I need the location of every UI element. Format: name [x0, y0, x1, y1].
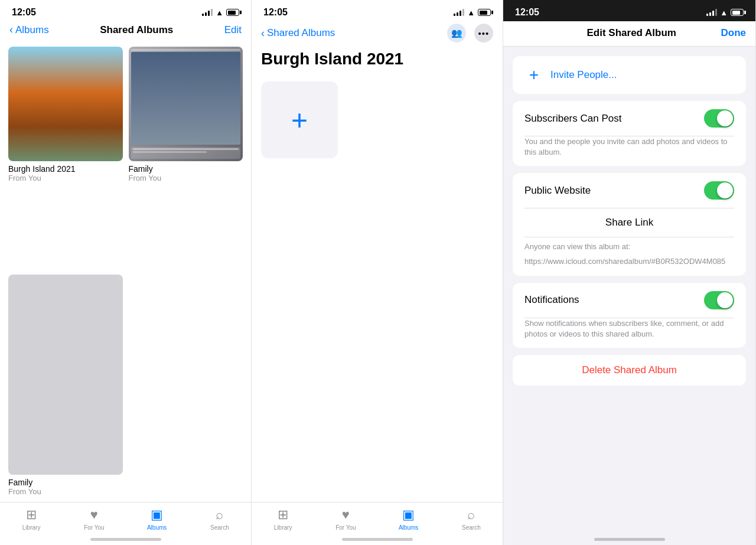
tab-for-you-2[interactable]: ♥ For You: [314, 507, 377, 531]
public-website-card: Public Website Share Link Anyone can vie…: [513, 173, 746, 276]
subscribers-can-post-toggle[interactable]: [704, 109, 734, 128]
tab-library-1[interactable]: ⊞ Library: [0, 507, 63, 531]
subscribers-can-post-label: Subscribers Can Post: [524, 113, 621, 125]
tab-albums-label-1: Albums: [147, 524, 167, 531]
albums-icon-2: ▣: [402, 507, 415, 523]
status-icons-3: ▲: [706, 8, 744, 17]
album-detail-title: Burgh Island 2021: [252, 47, 503, 76]
album-thumb-burgh-island: [8, 47, 123, 161]
status-bar-2: 12:05 ▲: [252, 0, 503, 21]
public-website-toggle[interactable]: [704, 181, 734, 200]
battery-icon-2: [478, 9, 491, 16]
album-card-burgh-island[interactable]: Burgh Island 2021 From You: [8, 47, 123, 269]
nav-icons-2: 👥 •••: [447, 24, 493, 43]
public-website-intro: Anyone can view this album at:: [513, 237, 746, 253]
home-indicator-3: [503, 533, 755, 545]
delete-shared-album-card[interactable]: Delete Shared Album: [513, 355, 746, 386]
tab-search-label-1: Search: [210, 524, 229, 531]
shared-users-icon[interactable]: 👥: [447, 24, 466, 43]
albums-icon-1: ▣: [151, 507, 163, 523]
add-photo-button[interactable]: +: [261, 81, 338, 158]
status-icons-1: ▲: [202, 8, 239, 17]
panel-edit-shared-album: 12:05 ▲ Edit Shared Album Done + Invite …: [503, 0, 756, 545]
nav-back-label-1[interactable]: Albums: [15, 24, 49, 36]
panel-album-detail: 12:05 ▲ ‹ Shared Albums 👥 •••: [252, 0, 503, 545]
delete-shared-album-row[interactable]: Delete Shared Album: [513, 355, 746, 386]
battery-icon-3: [731, 9, 744, 16]
invite-people-card: + Invite People...: [513, 56, 746, 94]
notifications-card: Notifications Show notifications when su…: [513, 283, 746, 348]
album-name-family-1: Family: [129, 164, 243, 174]
tab-library-2[interactable]: ⊞ Library: [252, 507, 314, 531]
share-link-row[interactable]: Share Link: [513, 208, 746, 237]
subscribers-can-post-row: Subscribers Can Post: [513, 101, 746, 136]
search-icon-2: ⌕: [467, 507, 475, 523]
done-button[interactable]: Done: [721, 27, 746, 39]
more-options-icon[interactable]: •••: [474, 24, 493, 43]
home-indicator-1: [0, 533, 251, 545]
album-sub-family-2: From You: [8, 487, 123, 496]
public-website-row: Public Website: [513, 173, 746, 208]
library-icon-2: ⊞: [278, 507, 288, 523]
status-icons-2: ▲: [454, 8, 491, 17]
notifications-label: Notifications: [524, 294, 579, 306]
album-thumb-family-2: [8, 275, 123, 475]
invite-people-row[interactable]: + Invite People...: [513, 56, 746, 94]
album-name-burgh-island: Burgh Island 2021: [8, 164, 123, 174]
notifications-row: Notifications: [513, 283, 746, 318]
edit-button-1[interactable]: Edit: [224, 24, 242, 36]
album-card-family-2[interactable]: Family From You: [8, 275, 123, 497]
back-chevron-1: ‹: [9, 24, 13, 36]
home-indicator-2: [252, 533, 503, 545]
tab-for-you-label-2: For You: [335, 524, 356, 531]
panel-shared-albums: 12:05 ▲ ‹ Albums Shared Albums Edit: [0, 0, 252, 545]
delete-shared-album-label: Delete Shared Album: [582, 364, 677, 376]
nav-back-1[interactable]: ‹ Albums: [9, 24, 49, 36]
public-website-url: https://www.icloud.com/sharedalbum/#B0R5…: [513, 253, 746, 276]
search-icon-1: ⌕: [216, 507, 223, 523]
battery-icon-1: [226, 9, 239, 16]
notifications-toggle[interactable]: [704, 291, 734, 309]
status-time-3: 12:05: [515, 7, 539, 18]
signal-icon-3: [706, 9, 717, 16]
signal-icon-1: [202, 9, 213, 16]
tab-library-label-2: Library: [274, 524, 292, 531]
tab-albums-1[interactable]: ▣ Albums: [126, 507, 188, 531]
nav-back-2[interactable]: ‹ Shared Albums: [261, 27, 335, 40]
tab-bar-2: ⊞ Library ♥ For You ▣ Albums ⌕ Search: [252, 502, 503, 533]
plus-icon: +: [291, 104, 308, 136]
public-website-label: Public Website: [524, 185, 591, 197]
album-sub-family-1: From You: [129, 174, 243, 182]
invite-plus-icon: +: [524, 66, 543, 84]
status-time-1: 12:05: [12, 7, 36, 18]
nav-back-label-2[interactable]: Shared Albums: [267, 27, 335, 39]
tab-search-1[interactable]: ⌕ Search: [188, 507, 251, 531]
signal-icon-2: [454, 9, 464, 16]
library-icon-1: ⊞: [26, 507, 37, 523]
subscribers-can-post-card: Subscribers Can Post You and the people …: [513, 101, 746, 166]
album-sub-burgh-island: From You: [8, 174, 123, 182]
nav-bar-2: ‹ Shared Albums 👥 •••: [252, 21, 503, 47]
album-card-family-1[interactable]: Family From You: [129, 47, 243, 269]
subscribers-can-post-desc: You and the people you invite can add ph…: [513, 136, 746, 166]
status-bar-1: 12:05 ▲: [0, 0, 251, 21]
notifications-desc: Show notifications when subscribers like…: [513, 318, 746, 348]
share-link-label: Share Link: [605, 217, 653, 229]
edit-nav-bar: Edit Shared Album Done: [503, 21, 755, 47]
tab-for-you-1[interactable]: ♥ For You: [63, 507, 125, 531]
wifi-icon-1: ▲: [216, 8, 223, 17]
album-thumb-family-1: [129, 47, 243, 161]
wifi-icon-3: ▲: [720, 8, 728, 17]
edit-nav-title: Edit Shared Album: [587, 27, 676, 39]
album-name-family-2: Family: [8, 478, 123, 487]
for-you-icon-1: ♥: [90, 507, 98, 523]
albums-grid: Burgh Island 2021 From You Family From Y…: [0, 41, 251, 502]
settings-content: + Invite People... Subscribers Can Post …: [503, 47, 755, 533]
tab-bar-1: ⊞ Library ♥ For You ▣ Albums ⌕ Search: [0, 502, 251, 533]
back-chevron-2: ‹: [261, 27, 265, 40]
page-title-1: Shared Albums: [100, 24, 173, 36]
tab-albums-2[interactable]: ▣ Albums: [377, 507, 440, 531]
wifi-icon-2: ▲: [467, 8, 475, 17]
tab-search-2[interactable]: ⌕ Search: [440, 507, 503, 531]
status-bar-3: 12:05 ▲: [503, 0, 755, 21]
